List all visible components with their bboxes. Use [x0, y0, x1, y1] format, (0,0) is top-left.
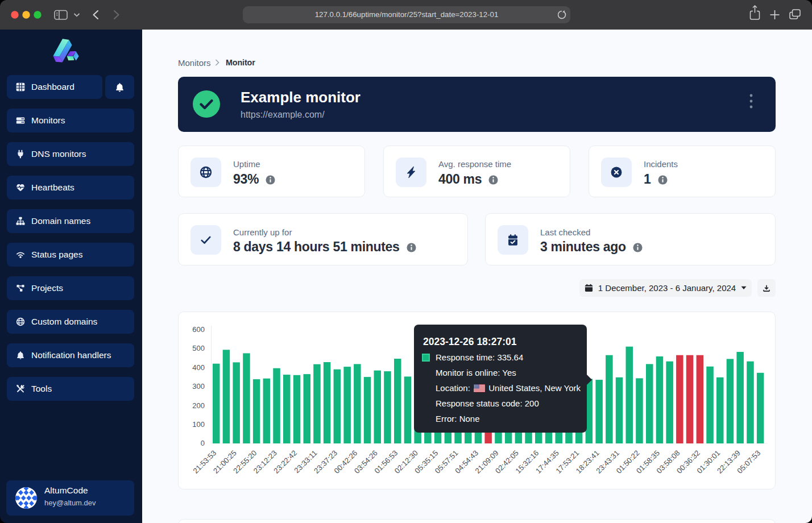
svg-text:300: 300: [192, 382, 205, 391]
svg-text:600: 600: [192, 325, 205, 334]
svg-text:0: 0: [201, 439, 205, 447]
svg-text:200: 200: [192, 401, 205, 410]
svg-text:500: 500: [192, 344, 205, 352]
svg-text:400: 400: [192, 363, 205, 372]
svg-text:100: 100: [192, 420, 205, 429]
